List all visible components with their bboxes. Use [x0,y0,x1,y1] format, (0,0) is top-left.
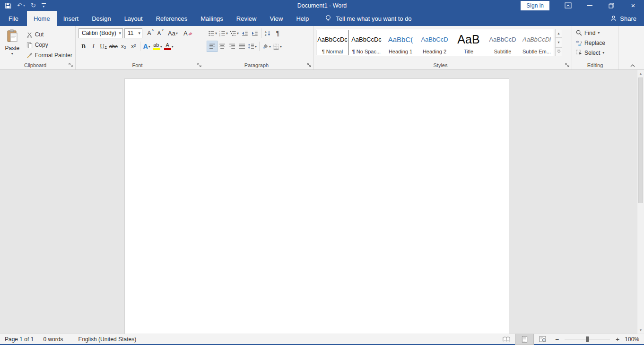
styles-dialog-launcher[interactable] [565,63,570,68]
bullets-dropdown-icon[interactable]: ▾ [215,31,217,35]
style-normal[interactable]: AaBbCcDc ¶ Normal [315,29,349,56]
multilevel-list-button[interactable]: ▾ [229,28,240,38]
align-left-button[interactable] [207,41,217,52]
close-button[interactable]: × [622,0,644,11]
decrease-indent-button[interactable] [240,28,250,38]
shading-dropdown-icon[interactable]: ▾ [269,44,271,49]
shading-button[interactable]: ▾ [261,41,272,52]
style-heading-2[interactable]: AaBbCcD Heading 2 [418,29,452,56]
find-dropdown-icon[interactable]: ▾ [598,31,600,35]
superscript-button[interactable]: x² [129,41,139,52]
read-mode-button[interactable] [497,334,515,345]
ribbon-display-options-button[interactable] [557,0,579,11]
tab-file[interactable]: File [0,11,27,26]
styles-scroll-up-button[interactable]: ▲ [555,29,562,38]
increase-indent-button[interactable] [250,28,260,38]
paste-dropdown-icon[interactable]: ▾ [11,52,13,56]
underline-dropdown-icon[interactable]: ▾ [105,44,107,49]
justify-button[interactable] [237,41,247,52]
zoom-slider-thumb[interactable] [586,336,589,342]
styles-scroll-down-button[interactable]: ▼ [555,38,562,47]
redo-icon[interactable]: ↻ [31,2,36,9]
scroll-down-button[interactable]: ▼ [637,327,644,334]
numbering-dropdown-icon[interactable]: ▾ [226,31,228,35]
copy-button[interactable]: Copy [25,40,74,50]
tab-mailings[interactable]: Mailings [194,11,230,26]
highlight-dropdown-icon[interactable]: ▾ [160,44,162,49]
print-layout-button[interactable] [515,334,533,345]
italic-button[interactable]: I [88,41,98,52]
grow-font-button[interactable]: A˄ [144,28,154,38]
clear-formatting-button[interactable]: A [183,28,193,38]
undo-dropdown-icon[interactable]: ▾ [23,4,25,8]
subscript-button[interactable]: x₂ [119,41,129,52]
line-spacing-dropdown-icon[interactable]: ▾ [255,44,257,49]
tab-layout[interactable]: Layout [118,11,149,26]
web-layout-button[interactable] [533,334,551,345]
collapse-ribbon-button[interactable] [630,64,635,68]
tab-insert[interactable]: Insert [57,11,86,26]
select-button[interactable]: Select ▾ [573,48,617,58]
multilevel-dropdown-icon[interactable]: ▾ [237,31,239,35]
bullets-button[interactable]: ▾ [207,28,218,38]
cut-button[interactable]: Cut [25,29,74,40]
font-size-dropdown-icon[interactable]: ▾ [137,31,142,35]
tell-me-box[interactable]: Tell me what you want to do [325,11,411,26]
bold-button[interactable]: B [78,41,88,52]
paste-button[interactable]: Paste ▾ [1,27,24,61]
style-title[interactable]: AaB Title [452,29,486,56]
save-icon[interactable] [5,2,11,9]
find-button[interactable]: Find ▾ [573,28,617,38]
zoom-out-button[interactable]: − [551,336,563,343]
align-center-button[interactable] [217,41,227,52]
sort-button[interactable]: AZ [263,28,273,38]
tab-design[interactable]: Design [85,11,117,26]
style-no-spacing[interactable]: AaBbCcDc ¶ No Spac... [349,29,383,56]
customize-quick-access-icon[interactable]: ▾ [42,3,46,8]
line-spacing-button[interactable]: ▾ [247,41,258,52]
format-painter-button[interactable]: Format Painter [25,50,74,60]
font-family-dropdown-icon[interactable]: ▾ [117,31,122,35]
zoom-in-button[interactable]: + [612,336,623,343]
font-dialog-launcher[interactable] [197,63,202,68]
page-indicator[interactable]: Page 1 of 1 [0,336,38,343]
tab-help[interactable]: Help [289,11,315,26]
font-size-combo[interactable]: 11 ▾ [124,28,142,38]
font-family-combo[interactable]: Calibri (Body) ▾ [78,28,123,38]
tab-home[interactable]: Home [27,11,57,26]
tab-review[interactable]: Review [230,11,263,26]
align-right-button[interactable] [227,41,237,52]
paragraph-dialog-launcher[interactable] [307,63,312,68]
shrink-font-button[interactable]: A˅ [154,28,164,38]
scrollbar-thumb[interactable] [638,78,643,203]
style-subtle-emphasis[interactable]: AaBbCcDi Subtle Em... [520,29,554,56]
underline-button[interactable]: U▾ [98,41,108,52]
numbering-button[interactable]: 123 ▾ [218,28,229,38]
text-highlight-button[interactable]: ab ▾ [152,41,163,52]
tab-references[interactable]: References [149,11,194,26]
style-subtitle[interactable]: AaBbCcD Subtitle [486,29,520,56]
minimize-button[interactable] [579,0,600,11]
restore-button[interactable] [600,0,622,11]
vertical-scrollbar[interactable]: ▲ ▼ [637,70,644,334]
borders-dropdown-icon[interactable]: ▾ [280,44,282,49]
clipboard-dialog-launcher[interactable] [69,63,73,68]
show-formatting-marks-button[interactable]: ¶ [273,28,283,38]
scroll-up-button[interactable]: ▲ [637,70,644,77]
strikethrough-button[interactable]: abc [108,41,119,52]
share-button[interactable]: Share [603,11,644,26]
sign-in-button[interactable]: Sign in [521,1,549,10]
text-effects-dropdown-icon[interactable]: ▾ [148,44,150,49]
style-heading-1[interactable]: AaBbC( Heading 1 [383,29,418,56]
word-count[interactable]: 0 words [38,336,68,343]
select-dropdown-icon[interactable]: ▾ [602,51,604,55]
borders-button[interactable]: ▾ [272,41,283,52]
zoom-level[interactable]: 100% [623,336,644,343]
text-effects-button[interactable]: A▾ [142,41,152,52]
language-indicator[interactable]: English (United States) [73,336,141,343]
font-color-dropdown-icon[interactable]: ▾ [172,44,174,49]
undo-icon[interactable]: ↶▾ [17,2,25,9]
tab-view[interactable]: View [263,11,289,26]
document-page[interactable] [124,78,509,334]
replace-button[interactable]: abac Replace [573,38,617,48]
